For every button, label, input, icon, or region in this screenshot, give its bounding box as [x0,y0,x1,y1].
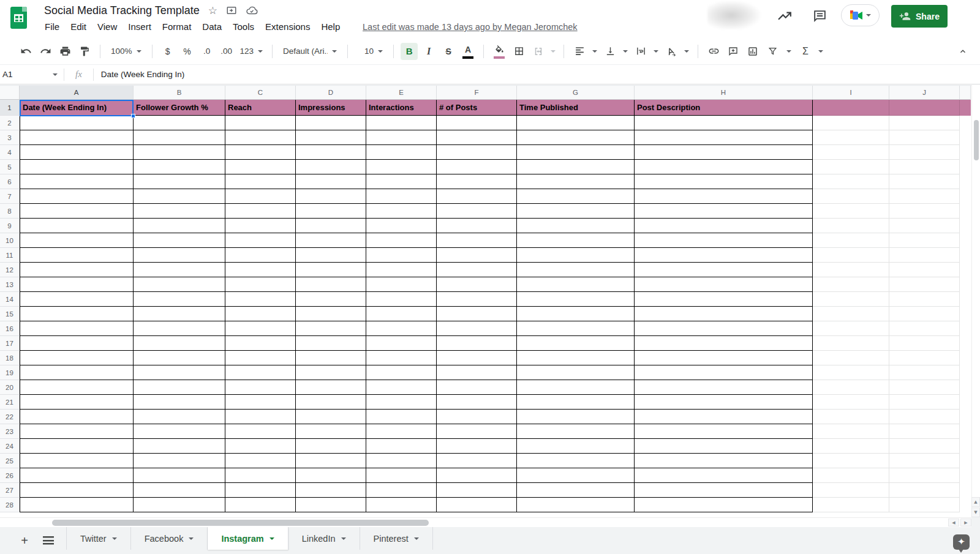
cell-D11[interactable] [296,248,366,263]
cell-A14[interactable] [20,292,134,307]
row-header-27[interactable]: 27 [0,483,20,498]
cell-A13[interactable] [20,277,134,292]
cell-F5[interactable] [437,160,517,174]
scroll-left-button[interactable]: ◀ [948,518,959,526]
cell-I16[interactable] [813,321,889,336]
cell-D19[interactable] [296,365,366,380]
menu-file[interactable]: File [39,20,65,33]
cell-A24[interactable] [20,439,134,454]
menu-data[interactable]: Data [197,20,227,33]
comment-history-icon[interactable] [811,7,828,24]
cell-B19[interactable] [134,365,225,380]
cell-H25[interactable] [635,454,813,468]
sheet-tab-linkedin[interactable]: LinkedIn [288,527,360,550]
cell-H11[interactable] [635,248,813,263]
cell-C16[interactable] [225,321,296,336]
column-header-E[interactable]: E [366,86,437,100]
cell-E7[interactable] [366,189,437,204]
cell-B22[interactable] [134,410,225,424]
row-header-10[interactable]: 10 [0,233,20,248]
print-button[interactable] [56,43,74,60]
borders-button[interactable] [510,43,527,60]
scroll-up-button[interactable]: ▲ [971,497,980,507]
cell-A4[interactable] [20,145,134,160]
cell-J6[interactable] [889,174,960,189]
row-header-19[interactable]: 19 [0,365,20,380]
cell-D9[interactable] [296,219,366,233]
functions-caret-icon[interactable] [818,50,823,53]
column-header-A[interactable]: A [20,86,134,100]
cell-B7[interactable] [134,189,225,204]
font-size-select[interactable]: 10 [353,43,388,60]
row-header-14[interactable]: 14 [0,292,20,307]
cell-E17[interactable] [366,336,437,351]
cell-G28[interactable] [517,498,635,512]
cell-C24[interactable] [225,439,296,454]
cell-H2[interactable] [635,116,813,130]
cell-A2[interactable] [20,116,134,130]
cell-J20[interactable] [889,380,960,395]
cell-I13[interactable] [813,277,889,292]
cell-F2[interactable] [437,116,517,130]
cell-H23[interactable] [635,424,813,439]
cell-H22[interactable] [635,410,813,424]
sheet-tab-facebook[interactable]: Facebook [131,527,208,550]
cell-H8[interactable] [635,204,813,219]
cell-J23[interactable] [889,424,960,439]
cell-F12[interactable] [437,263,517,277]
cell-A7[interactable] [20,189,134,204]
cell-F13[interactable] [437,277,517,292]
cell-C3[interactable] [225,130,296,145]
cell-H3[interactable] [635,130,813,145]
cell-A21[interactable] [20,395,134,410]
cell-F18[interactable] [437,351,517,365]
cell-F15[interactable] [437,307,517,321]
cell-A6[interactable] [20,174,134,189]
cell-J12[interactable] [889,263,960,277]
move-folder-icon[interactable] [226,5,237,16]
cell-D7[interactable] [296,189,366,204]
cell-E28[interactable] [366,498,437,512]
menu-tools[interactable]: Tools [227,20,260,33]
cell-E14[interactable] [366,292,437,307]
cell-C22[interactable] [225,410,296,424]
cell-E4[interactable] [366,145,437,160]
cell-E8[interactable] [366,204,437,219]
cell-I27[interactable] [813,483,889,498]
column-header-D[interactable]: D [296,86,366,100]
column-header-F[interactable]: F [437,86,517,100]
cell-G6[interactable] [517,174,635,189]
column-header-H[interactable]: H [635,86,813,100]
cell-C21[interactable] [225,395,296,410]
decrease-decimal-button[interactable]: .0 [198,43,216,60]
paint-format-button[interactable] [76,43,93,60]
cell-I17[interactable] [813,336,889,351]
cell-I5[interactable] [813,160,889,174]
cell-G24[interactable] [517,439,635,454]
cell-C14[interactable] [225,292,296,307]
cell-A3[interactable] [20,130,134,145]
row-header-8[interactable]: 8 [0,204,20,219]
cell-A22[interactable] [20,410,134,424]
row-header-6[interactable]: 6 [0,174,20,189]
sheet-tab-twitter[interactable]: Twitter [66,527,131,550]
cell-J16[interactable] [889,321,960,336]
cell-H27[interactable] [635,483,813,498]
cell-D4[interactable] [296,145,366,160]
row-header-9[interactable]: 9 [0,219,20,233]
text-wrap-button[interactable] [632,43,649,60]
cell-J25[interactable] [889,454,960,468]
cell-C4[interactable] [225,145,296,160]
scroll-down-button[interactable]: ▼ [971,507,980,517]
explore-button[interactable]: ✦ [953,534,970,550]
cell-G9[interactable] [517,219,635,233]
cell-H19[interactable] [635,365,813,380]
cell-F17[interactable] [437,336,517,351]
row-header-12[interactable]: 12 [0,263,20,277]
cell-E9[interactable] [366,219,437,233]
cell-D22[interactable] [296,410,366,424]
header-cell-G1[interactable]: Time Published [517,100,635,116]
cell-B8[interactable] [134,204,225,219]
cell-H26[interactable] [635,468,813,483]
cell-G14[interactable] [517,292,635,307]
